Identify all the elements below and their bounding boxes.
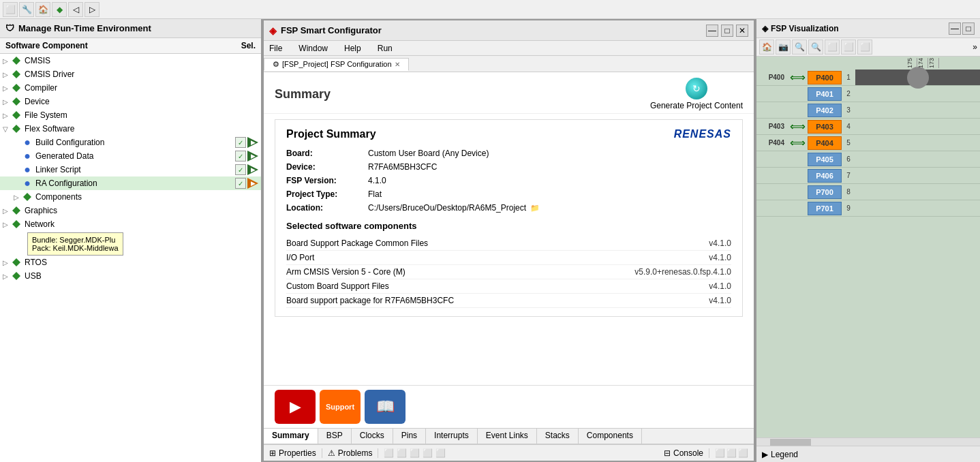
viz-expand-icon[interactable]: » xyxy=(973,42,977,52)
sidebar-item-file-system[interactable]: ▷ File System xyxy=(0,108,261,122)
maximize-button[interactable]: □ xyxy=(721,25,733,37)
right-panel-minimize[interactable]: — xyxy=(949,22,961,35)
status-icon-3[interactable]: ⬜ xyxy=(410,448,420,458)
sidebar-item-ra-configuration[interactable]: ● RA Configuration ▶ xyxy=(0,176,261,190)
right-panel-maximize[interactable]: □ xyxy=(962,22,975,35)
viz-btn-6[interactable]: ⬜ xyxy=(857,40,872,55)
console-btn-3[interactable]: ⬜ xyxy=(738,448,748,458)
toolbar-btn-6[interactable]: ▷ xyxy=(85,2,99,17)
minimize-button[interactable]: — xyxy=(706,25,718,37)
sidebar-item-graphics[interactable]: ▷ Graphics xyxy=(0,204,261,217)
sidebar-item-generated-data[interactable]: ● Generated Data ▶ xyxy=(0,149,261,163)
arrow-both-icon3: ⟺ xyxy=(790,136,806,149)
pin-box-p406[interactable]: P406 xyxy=(808,169,842,183)
toolbar-btn-1[interactable]: ⬜ xyxy=(3,2,18,17)
sidebar-item-build-configuration[interactable]: ● Build Configuration ▶ xyxy=(0,136,261,149)
pin-box-p404[interactable]: P404 xyxy=(808,136,842,150)
generate-project-content-button[interactable]: ↻ Generate Project Content xyxy=(650,78,743,110)
pin-box-p400[interactable]: P400 xyxy=(808,71,842,84)
pin-box-p405[interactable]: P405 xyxy=(808,153,842,166)
run-btn-generated-data[interactable]: ▶ xyxy=(247,151,258,161)
port-row-p701: P701 9 xyxy=(756,200,980,217)
menu-help[interactable]: Help xyxy=(341,42,364,55)
console-btn-2[interactable]: ⬜ xyxy=(726,448,737,458)
sidebar-item-label-cmsis: CMSIS xyxy=(25,56,258,65)
console-btn-1[interactable]: ⬜ xyxy=(715,448,725,458)
status-icon-1[interactable]: ⬜ xyxy=(384,448,394,458)
viz-btn-4[interactable]: ⬜ xyxy=(825,40,840,55)
support-button[interactable]: Support xyxy=(320,390,361,424)
pin-number-p400: 1 xyxy=(842,74,855,81)
close-button[interactable]: ✕ xyxy=(736,25,748,37)
run-btn-linker-script[interactable]: ▶ xyxy=(247,164,258,175)
sidebar-item-flex-software[interactable]: ▽ Flex Software xyxy=(0,122,261,136)
menu-window[interactable]: Window xyxy=(296,42,331,55)
check-generated-data[interactable] xyxy=(235,151,246,161)
generate-symbol: ↻ xyxy=(692,83,701,94)
scrollbar-thumb[interactable] xyxy=(770,439,811,446)
component-version-3: v4.1.0 xyxy=(709,281,731,291)
sidebar-item-cmsis-driver[interactable]: ▷ CMSIS Driver xyxy=(0,67,261,81)
status-icon-5[interactable]: ⬜ xyxy=(435,448,446,458)
location-link-icon[interactable]: 📁 xyxy=(530,204,540,213)
pin-box-p402[interactable]: P402 xyxy=(808,104,842,117)
check-ra-configuration[interactable] xyxy=(235,178,246,189)
fsp-window-title: FSP Smart Configurator xyxy=(281,25,382,35)
tab-clocks[interactable]: Clocks xyxy=(352,429,393,444)
sidebar-item-usb[interactable]: ▷ USB xyxy=(0,269,261,283)
viz-btn-camera[interactable]: 📷 xyxy=(776,40,791,55)
sidebar-item-rtos[interactable]: ▷ RTOS xyxy=(0,256,261,269)
sidebar-item-components[interactable]: ▷ Components xyxy=(0,190,261,204)
status-icon-4[interactable]: ⬜ xyxy=(423,448,433,458)
gem-icon-flex-software xyxy=(11,123,22,134)
pin-box-p401[interactable]: P401 xyxy=(808,87,842,101)
viz-btn-zoom-in[interactable]: 🔍 xyxy=(792,40,807,55)
tab-stacks[interactable]: Stacks xyxy=(537,429,579,444)
tab-fsp-configuration[interactable]: ⚙ [FSP_Project] FSP Configuration ✕ xyxy=(264,58,409,71)
sidebar-item-network[interactable]: ▷ Network xyxy=(0,217,261,231)
check-build-configuration[interactable] xyxy=(235,137,246,148)
viz-content: 175 174 173 P400 ⟺ P400 1 xyxy=(756,57,980,446)
toolbar-btn-4[interactable]: ◆ xyxy=(52,2,67,17)
console-label[interactable]: Console xyxy=(673,448,703,458)
status-problems: ⚠ Problems xyxy=(328,448,379,458)
run-btn-build-configuration[interactable]: ▶ xyxy=(247,137,258,148)
tab-components[interactable]: Components xyxy=(579,429,642,444)
horizontal-scrollbar[interactable] xyxy=(756,437,980,446)
tab-summary[interactable]: Summary xyxy=(264,429,318,444)
youtube-button[interactable]: ▶ xyxy=(275,390,316,424)
sidebar-item-cmsis[interactable]: ▷ CMSIS xyxy=(0,54,261,67)
docs-button[interactable]: 📖 xyxy=(365,390,405,424)
pin-box-p700[interactable]: P700 xyxy=(808,185,842,199)
toolbar-btn-5[interactable]: ◁ xyxy=(68,2,83,17)
menu-file[interactable]: File xyxy=(266,42,285,55)
tab-event-links[interactable]: Event Links xyxy=(478,429,537,444)
problems-label[interactable]: Problems xyxy=(338,448,373,458)
pin-number-p406: 7 xyxy=(842,172,855,179)
viz-btn-zoom-out[interactable]: 🔍 xyxy=(808,40,823,55)
toolbar-btn-3[interactable]: 🏠 xyxy=(35,2,50,17)
port-row-p405: P405 6 xyxy=(756,151,980,168)
expand-icon: ▷ xyxy=(14,194,22,201)
viz-btn-5[interactable]: ⬜ xyxy=(841,40,856,55)
properties-label[interactable]: Properties xyxy=(279,448,316,458)
check-linker-script[interactable] xyxy=(235,164,246,175)
pin-box-p701[interactable]: P701 xyxy=(808,202,842,215)
sidebar-item-label-usb: USB xyxy=(25,271,258,281)
left-panel-title-text: Manage Run-Time Environment xyxy=(18,23,151,33)
sidebar-item-linker-script[interactable]: ● Linker Script ▶ xyxy=(0,163,261,176)
run-btn-ra-configuration[interactable]: ▶ xyxy=(247,178,258,189)
pin-box-p403[interactable]: P403 xyxy=(808,120,842,134)
toolbar-btn-2[interactable]: 🔧 xyxy=(19,2,34,17)
viz-btn-home[interactable]: 🏠 xyxy=(759,40,774,55)
tab-close-icon[interactable]: ✕ xyxy=(395,61,400,68)
sidebar-item-device[interactable]: ▷ Device xyxy=(0,95,261,108)
tab-bsp[interactable]: BSP xyxy=(318,429,352,444)
legend-label[interactable]: Legend xyxy=(771,450,798,459)
status-icon-2[interactable]: ⬜ xyxy=(397,448,407,458)
sidebar-item-label-graphics: Graphics xyxy=(25,206,258,215)
tab-pins[interactable]: Pins xyxy=(393,429,426,444)
tab-interrupts[interactable]: Interrupts xyxy=(426,429,478,444)
sidebar-item-compiler[interactable]: ▷ Compiler xyxy=(0,81,261,95)
menu-run[interactable]: Run xyxy=(375,42,395,55)
